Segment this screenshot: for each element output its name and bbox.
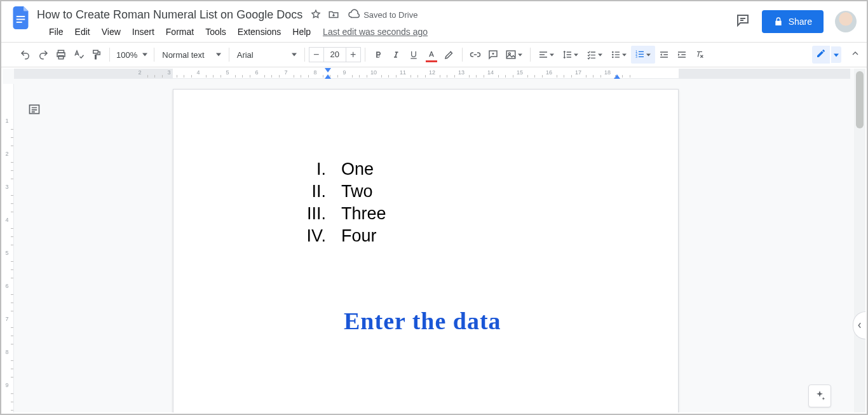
share-button[interactable]: Share [762, 10, 824, 33]
svg-rect-2 [17, 22, 22, 23]
bulleted-list-icon[interactable] [607, 46, 631, 64]
insert-link-icon[interactable] [466, 46, 484, 64]
spellcheck-icon[interactable] [70, 46, 88, 64]
highlight-icon[interactable] [440, 46, 458, 64]
underline-icon[interactable] [405, 46, 423, 64]
save-status-text: Saved to Drive [363, 10, 417, 20]
toolbar: 100% Normal text Arial − 20 + 123 [1, 42, 867, 67]
menu-help[interactable]: Help [287, 24, 316, 39]
horizontal-ruler[interactable]: 23456789101112131415161718 [14, 69, 850, 79]
list-item: I.One [288, 160, 386, 182]
svg-point-9 [612, 54, 614, 56]
list-item-text: Two [341, 182, 373, 201]
zoom-value: 100% [116, 50, 137, 60]
move-to-folder-icon[interactable] [328, 9, 339, 20]
text-color-icon[interactable] [423, 46, 440, 64]
font-size-input[interactable]: 20 [324, 47, 346, 62]
menu-extensions[interactable]: Extensions [232, 24, 287, 39]
redo-icon[interactable] [34, 46, 52, 64]
docs-logo-icon[interactable] [9, 5, 34, 31]
hide-menus-icon[interactable] [850, 48, 860, 61]
list-item-text: Three [341, 204, 386, 224]
line-spacing-icon[interactable] [559, 46, 583, 64]
menu-format[interactable]: Format [160, 24, 200, 39]
undo-icon[interactable] [17, 46, 34, 64]
menu-insert[interactable]: Insert [126, 24, 160, 39]
font-family-select[interactable]: Arial [233, 50, 301, 60]
checklist-icon[interactable] [583, 46, 607, 64]
editing-mode-icon[interactable] [812, 46, 830, 64]
share-button-label: Share [789, 17, 812, 27]
last-edit-link[interactable]: Last edit was seconds ago [323, 27, 428, 37]
document-title[interactable]: How to Create Roman Numeral List on Goog… [37, 8, 302, 22]
svg-point-8 [612, 51, 614, 53]
menu-edit[interactable]: Edit [69, 24, 96, 39]
menu-tools[interactable]: Tools [200, 24, 232, 39]
list-item-text: Four [341, 226, 377, 246]
paragraph-style-value: Normal text [162, 50, 204, 60]
account-avatar[interactable] [835, 11, 857, 32]
zoom-select[interactable]: 100% [114, 50, 150, 60]
annotation-text: Enter the data [344, 307, 501, 335]
decrease-indent-icon[interactable] [655, 46, 673, 64]
align-icon[interactable] [534, 46, 559, 64]
svg-rect-13 [615, 57, 620, 57]
list-item: III.Three [288, 204, 386, 226]
clear-formatting-icon[interactable] [691, 46, 709, 64]
svg-rect-17 [639, 51, 644, 52]
svg-point-10 [612, 57, 614, 58]
svg-rect-12 [615, 54, 620, 55]
vertical-scrollbar[interactable] [854, 69, 865, 412]
menu-view[interactable]: View [96, 24, 126, 39]
vertical-ruler[interactable]: 12345678910 [3, 84, 14, 412]
font-size-increase[interactable]: + [346, 47, 361, 62]
svg-rect-18 [639, 54, 644, 55]
list-item: IV.Four [288, 226, 386, 248]
explore-icon[interactable] [808, 384, 831, 407]
document-page[interactable]: I.One II.Two III.Three IV.Four Enter the… [173, 89, 679, 412]
scrollbar-thumb[interactable] [856, 71, 864, 128]
svg-rect-0 [17, 16, 25, 17]
menu-file[interactable]: File [43, 24, 69, 39]
insert-comment-icon[interactable] [484, 46, 502, 64]
svg-rect-19 [639, 57, 644, 57]
insert-image-icon[interactable] [502, 46, 526, 64]
svg-rect-11 [615, 51, 620, 52]
comment-history-icon[interactable] [735, 13, 750, 31]
star-icon[interactable] [310, 9, 322, 20]
svg-text:3: 3 [636, 55, 638, 58]
paragraph-style-select[interactable]: Normal text [158, 50, 224, 60]
font-family-value: Arial [237, 50, 254, 60]
svg-rect-6 [506, 51, 515, 58]
svg-rect-1 [17, 19, 25, 20]
numbered-list-icon[interactable]: 123 [631, 46, 655, 64]
list-item-text: One [341, 160, 374, 179]
save-status: Saved to Drive [348, 9, 417, 20]
editing-mode-dropdown-icon[interactable] [831, 46, 841, 63]
bold-icon[interactable] [369, 46, 387, 64]
list-item: II.Two [288, 182, 386, 204]
print-icon[interactable] [52, 46, 70, 64]
font-size-decrease[interactable]: − [309, 47, 324, 62]
paint-format-icon[interactable] [88, 46, 105, 64]
italic-icon[interactable] [387, 46, 405, 64]
increase-indent-icon[interactable] [673, 46, 691, 64]
document-outline-icon[interactable] [28, 103, 41, 118]
roman-numeral-list[interactable]: I.One II.Two III.Three IV.Four [288, 160, 386, 248]
